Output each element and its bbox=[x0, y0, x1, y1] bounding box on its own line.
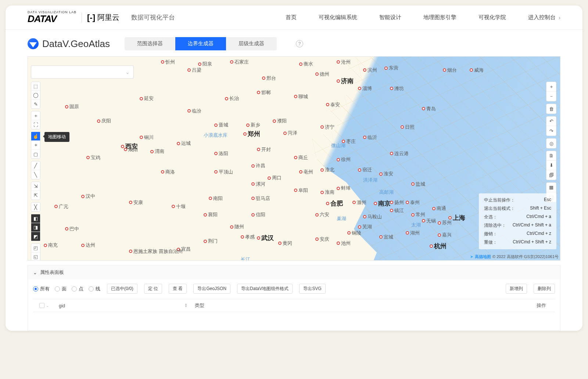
shortcut-row: 全选：Ctrl/Cmd + a bbox=[484, 214, 551, 220]
tool-button[interactable]: ↷ bbox=[546, 126, 556, 136]
city-label: 泰州 bbox=[406, 199, 420, 206]
city-label: 盐城 bbox=[411, 181, 425, 187]
water-label: 高邮湖 bbox=[379, 189, 394, 196]
tool-button[interactable]: ╲ bbox=[31, 170, 40, 179]
shortcut-row: 退出当前模式：Shift + Esc bbox=[484, 205, 551, 212]
city-label: 连云港 bbox=[390, 150, 409, 157]
logo-datav: DATAV bbox=[28, 13, 76, 25]
tool-button[interactable]: 🗎 bbox=[546, 151, 556, 161]
radio-line[interactable]: 线 bbox=[89, 286, 100, 292]
th-ops: 操作 bbox=[533, 302, 555, 309]
city-label: 湖州 bbox=[406, 230, 420, 236]
city-label: 常州 bbox=[411, 211, 425, 218]
tool-button[interactable]: ◰ bbox=[31, 244, 40, 253]
tool-button[interactable]: 🗐 bbox=[546, 170, 556, 180]
tool-button[interactable]: ☝地图移动 bbox=[31, 132, 40, 141]
tool-button[interactable]: ◨ bbox=[31, 223, 40, 232]
city-label: 青岛 bbox=[422, 106, 436, 112]
tab-level[interactable]: 层级生成器 bbox=[226, 37, 277, 50]
shortcut-row: 中止当前操作：Esc bbox=[484, 197, 551, 203]
tool-header: DataV.GeoAtlas 范围选择器 边界生成器 层级生成器 ? bbox=[6, 30, 582, 56]
tab-boundary[interactable]: 边界生成器 bbox=[175, 37, 226, 50]
city-label: 上海 bbox=[448, 214, 465, 222]
tool-button[interactable]: ⛶ bbox=[31, 120, 40, 129]
city-label: 宣城 bbox=[379, 234, 393, 240]
nav-design[interactable]: 智能设计 bbox=[379, 14, 401, 21]
radio-all[interactable]: 所有 bbox=[33, 286, 50, 292]
th-checkbox[interactable]: ⌄ bbox=[33, 303, 55, 308]
water-label: 太湖 bbox=[411, 222, 421, 228]
map-attribution: ➤ 高德地图 © 2022 高德软件 GS京(2022)1061号 bbox=[470, 254, 559, 260]
aliyun-logo: [-] 阿里云 bbox=[87, 12, 119, 22]
tool-button[interactable]: ⇲ bbox=[31, 182, 40, 191]
city-label: 烟台 bbox=[443, 67, 457, 74]
header-subtitle: 数据可视化平台 bbox=[131, 13, 175, 22]
delete-column-button[interactable]: 删除列 bbox=[534, 284, 555, 294]
export-svg-button[interactable]: 导出SVG bbox=[299, 284, 325, 294]
tool-button[interactable]: ✎ bbox=[31, 100, 40, 108]
radio-polygon[interactable]: 面 bbox=[55, 286, 67, 292]
right-toolbar: ＋－🗑↶↷◎🗎⬇🗐▦⬚ bbox=[546, 82, 556, 202]
tool-button[interactable]: ⇱ bbox=[31, 191, 40, 200]
tool-button[interactable]: ⬚ bbox=[31, 82, 40, 91]
map[interactable]: 济南郑州西安南京合肥武汉杭州上海忻州阳泉石家庄衡水沧州滨州东营烟台威海吕梁榆林邢… bbox=[28, 56, 560, 261]
locate-button[interactable]: 定 位 bbox=[144, 284, 162, 294]
city-label: 芜湖 bbox=[358, 224, 372, 230]
tool-button[interactable]: ＋ bbox=[546, 82, 556, 92]
panel-header[interactable]: ⌄ 属性表面板 bbox=[28, 265, 560, 279]
topbar: DATA VISUALIZATION LAB DATAV [-] 阿里云 数据可… bbox=[6, 6, 582, 30]
th-type[interactable]: 类型 bbox=[191, 302, 533, 309]
radio-point[interactable]: 点 bbox=[72, 286, 83, 292]
amap-logo: 高德地图 bbox=[475, 254, 491, 260]
city-label: 扬州 bbox=[390, 199, 404, 206]
divider bbox=[82, 12, 82, 23]
tool-button[interactable]: ▢ bbox=[31, 150, 40, 158]
search-field[interactable] bbox=[35, 69, 130, 75]
nav-editor[interactable]: 可视化编辑系统 bbox=[319, 14, 357, 21]
tool-button[interactable]: － bbox=[546, 92, 556, 101]
tool-button[interactable]: 🗑 bbox=[546, 104, 556, 114]
tool-button[interactable]: ◩ bbox=[31, 232, 40, 241]
tool-button[interactable]: ◯ bbox=[31, 91, 40, 100]
sort-icon[interactable]: ▲▼ bbox=[184, 303, 187, 308]
city-label: 镇江 bbox=[390, 207, 404, 214]
tool-button[interactable]: ◧ bbox=[31, 214, 40, 223]
search-input[interactable] bbox=[31, 65, 134, 79]
city-label: 苏州 bbox=[438, 219, 452, 226]
city-label: 嘉兴 bbox=[438, 232, 452, 238]
city-label: 杭州 bbox=[430, 242, 447, 250]
tooltip: 地图移动 bbox=[44, 132, 69, 142]
help-icon[interactable]: ? bbox=[296, 40, 303, 47]
city-label: 南通 bbox=[432, 205, 446, 212]
tool-button[interactable]: ＋ bbox=[31, 111, 40, 120]
nav-home[interactable]: 首页 bbox=[286, 14, 297, 21]
nav-academy[interactable]: 可视化学院 bbox=[478, 14, 506, 21]
geoatlas-icon bbox=[28, 38, 39, 49]
tool-button[interactable]: ↶ bbox=[546, 117, 556, 126]
tool-button[interactable]: ╱ bbox=[31, 161, 40, 170]
city-label: 南京 bbox=[374, 199, 391, 208]
shortcut-panel: 中止当前操作：Esc退出当前模式：Shift + Esc全选：Ctrl/Cmd … bbox=[479, 193, 556, 249]
city-label: 淮安 bbox=[379, 171, 393, 177]
tab-range[interactable]: 范围选择器 bbox=[125, 37, 175, 50]
landmass bbox=[28, 56, 384, 261]
tool-button[interactable]: ◎ bbox=[546, 139, 556, 148]
tool-button[interactable]: ⬇ bbox=[546, 161, 556, 170]
tool-button[interactable]: ╳ bbox=[31, 203, 40, 211]
tool-title: DataV.GeoAtlas bbox=[28, 38, 110, 50]
view-button[interactable]: 查 看 bbox=[169, 284, 187, 294]
water-label: 洪泽湖 bbox=[363, 177, 377, 183]
add-column-button[interactable]: 新增列 bbox=[506, 284, 527, 294]
city-label: 日照 bbox=[401, 124, 415, 130]
export-datav-button[interactable]: 导出DataV地图组件格式 bbox=[237, 284, 293, 294]
chevron-down-icon[interactable]: ⌄ bbox=[46, 304, 49, 308]
tool-button[interactable]: ◱ bbox=[31, 253, 40, 261]
tool-button[interactable]: ▦ bbox=[546, 183, 556, 192]
aliyun-icon: [-] bbox=[87, 13, 95, 22]
nav-geo[interactable]: 地理图形引擎 bbox=[423, 14, 456, 21]
tool-button[interactable]: ⌖ bbox=[31, 141, 40, 150]
checkbox-icon[interactable] bbox=[39, 303, 44, 308]
nav-console[interactable]: 进入控制台 bbox=[528, 14, 560, 21]
export-geojson-button[interactable]: 导出GeoJSON bbox=[193, 284, 230, 294]
th-gid[interactable]: gid ▲▼ bbox=[55, 303, 191, 308]
